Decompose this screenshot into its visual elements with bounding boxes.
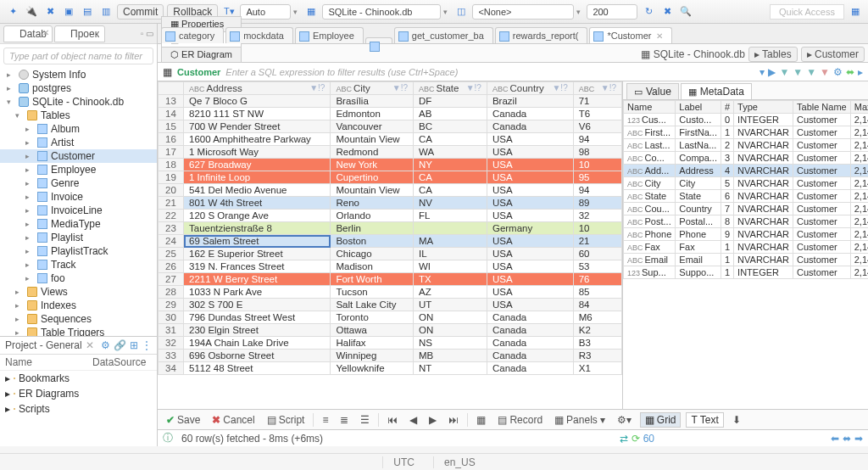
db-icon[interactable]: ▦ bbox=[303, 4, 319, 20]
cell[interactable]: Edmonton bbox=[331, 108, 414, 120]
cell[interactable]: 302 S 700 E bbox=[184, 299, 331, 311]
schema-icon[interactable]: ◫ bbox=[453, 4, 469, 20]
column-header[interactable]: ABCAddress▼!? bbox=[184, 82, 331, 95]
meta-cell[interactable]: Customer bbox=[793, 152, 851, 165]
meta-cell[interactable]: 2,147,483 bbox=[850, 228, 868, 241]
meta-cell[interactable]: 6 bbox=[721, 190, 733, 203]
row-number[interactable]: 25 bbox=[159, 248, 184, 260]
editor-tab[interactable]: category bbox=[161, 27, 224, 43]
meta-cell[interactable]: ABCPhone bbox=[624, 228, 676, 241]
meta-cell[interactable]: 2,147,483 bbox=[850, 203, 868, 215]
editor-tab[interactable]: get_customer_ba bbox=[394, 27, 493, 43]
tree-node-artist[interactable]: ▸Artist bbox=[0, 136, 157, 149]
cell[interactable]: USA bbox=[487, 299, 573, 311]
tree-node-foo[interactable]: ▸foo bbox=[0, 271, 157, 285]
meta-cell[interactable]: 1 bbox=[721, 254, 733, 266]
tree-node-track[interactable]: ▸Track bbox=[0, 258, 157, 271]
cell[interactable]: 2211 W Berry Street bbox=[184, 273, 331, 286]
tree-node-sqlite-chinook-db[interactable]: ▾SQLite - Chinook.db bbox=[0, 95, 157, 109]
row-number[interactable]: 29 bbox=[159, 299, 184, 311]
apply-filter-icon[interactable]: ▶ bbox=[768, 66, 776, 78]
cell[interactable]: T6 bbox=[573, 108, 621, 120]
cell[interactable]: MA bbox=[414, 235, 487, 248]
editor-tab[interactable]: *Customer✕ bbox=[589, 27, 672, 43]
meta-cell[interactable]: Custo... bbox=[676, 114, 721, 126]
meta-cell[interactable]: NVARCHAR bbox=[734, 152, 793, 165]
row-number[interactable]: 14 bbox=[159, 108, 184, 120]
meta-cell[interactable]: ABCPost... bbox=[624, 215, 676, 228]
unplug-icon[interactable]: ✖ bbox=[42, 4, 58, 20]
add-icon[interactable]: ⊞ bbox=[130, 339, 138, 351]
cell[interactable]: Mountain View bbox=[331, 184, 414, 197]
meta-cell[interactable]: Email bbox=[676, 254, 721, 266]
meta-cell[interactable]: Customer bbox=[793, 177, 851, 190]
meta-cell[interactable]: 123Sup... bbox=[624, 266, 676, 279]
plug-icon[interactable]: 🔌 bbox=[24, 4, 39, 20]
meta-cell[interactable]: INTEGER bbox=[734, 266, 793, 279]
meta-header[interactable]: Label bbox=[676, 101, 721, 114]
meta-cell[interactable]: 1 bbox=[721, 241, 733, 254]
cell[interactable]: Redmond bbox=[331, 146, 414, 159]
cell[interactable]: 53 bbox=[573, 260, 621, 273]
menu-icon[interactable]: ⋮ bbox=[142, 339, 152, 351]
cell[interactable]: 98 bbox=[573, 146, 621, 159]
cell[interactable]: ON bbox=[414, 311, 487, 324]
meta-cell[interactable]: ABCEmail bbox=[624, 254, 676, 266]
cell[interactable]: USA bbox=[487, 133, 573, 146]
cell[interactable]: USA bbox=[487, 184, 573, 197]
meta-cell[interactable]: 9 bbox=[721, 228, 733, 241]
metadata-tab[interactable]: ▦ MetaData bbox=[681, 83, 752, 99]
cell[interactable]: 796 Dundas Street West bbox=[184, 311, 331, 324]
cell[interactable]: MB bbox=[414, 350, 487, 362]
meta-cell[interactable]: Customer bbox=[793, 190, 851, 203]
cell[interactable]: CA bbox=[414, 184, 487, 197]
meta-cell[interactable]: Customer bbox=[793, 254, 851, 266]
cell[interactable]: Canada bbox=[487, 108, 573, 120]
row-number[interactable]: 22 bbox=[159, 210, 184, 222]
meta-cell[interactable]: 1 bbox=[721, 126, 733, 139]
text-toggle[interactable]: TText bbox=[686, 412, 723, 428]
cell[interactable]: USA bbox=[487, 146, 573, 159]
cell[interactable]: 60 bbox=[573, 248, 621, 260]
meta-cell[interactable]: Suppo... bbox=[676, 266, 721, 279]
row-number[interactable]: 21 bbox=[159, 197, 184, 210]
editor-tab[interactable]: Employee bbox=[295, 27, 364, 43]
meta-cell[interactable]: City bbox=[676, 177, 721, 190]
cell[interactable]: 801 W 4th Street bbox=[184, 197, 331, 210]
cell[interactable]: Toronto bbox=[331, 311, 414, 324]
meta-cell[interactable]: 2,147,483 bbox=[850, 165, 868, 177]
tree-node-customer[interactable]: ▸Customer bbox=[0, 149, 157, 163]
row-number[interactable]: 16 bbox=[159, 133, 184, 146]
cell[interactable]: Canada bbox=[487, 362, 573, 375]
cell[interactable]: USA bbox=[487, 159, 573, 171]
cell[interactable]: 89 bbox=[573, 197, 621, 210]
tree-node-mediatype[interactable]: ▸MediaType bbox=[0, 217, 157, 231]
panels-button[interactable]: ▦Panels▾ bbox=[551, 413, 609, 427]
cell[interactable]: CA bbox=[414, 133, 487, 146]
cell[interactable]: NS bbox=[414, 337, 487, 350]
wizard-icon[interactable]: ✦ bbox=[5, 4, 20, 20]
close-icon[interactable]: ✕ bbox=[42, 28, 49, 37]
gear-icon[interactable]: ⚙▾ bbox=[614, 413, 635, 427]
cell[interactable]: Qe 7 Bloco G bbox=[184, 95, 331, 108]
cell[interactable]: V6 bbox=[573, 120, 621, 133]
cell[interactable]: B3 bbox=[573, 337, 621, 350]
meta-cell[interactable]: ABCFax bbox=[624, 241, 676, 254]
meta-cell[interactable]: ABCCo... bbox=[624, 152, 676, 165]
subtab-er-diagram[interactable]: ⬡ ER Diagram bbox=[161, 47, 242, 62]
meta-cell[interactable]: NVARCHAR bbox=[734, 203, 793, 215]
meta-cell[interactable]: ABCLast... bbox=[624, 139, 676, 152]
cell[interactable]: Brasília bbox=[331, 95, 414, 108]
cell[interactable]: 194A Chain Lake Drive bbox=[184, 337, 331, 350]
row-number[interactable]: 18 bbox=[159, 159, 184, 171]
meta-cell[interactable]: Customer bbox=[793, 203, 851, 215]
funnel-icon[interactable]: ▼ bbox=[806, 66, 816, 78]
transpose-icon[interactable]: ⇄ bbox=[620, 433, 628, 445]
meta-cell[interactable]: ABCCity bbox=[624, 177, 676, 190]
stop-icon[interactable]: ✖ bbox=[659, 4, 675, 20]
row-number[interactable]: 33 bbox=[159, 350, 184, 362]
editor-tab[interactable]: mockdata bbox=[225, 27, 293, 43]
cell[interactable]: Brazil bbox=[487, 95, 573, 108]
meta-cell[interactable]: NVARCHAR bbox=[734, 126, 793, 139]
cell[interactable]: Canada bbox=[487, 350, 573, 362]
